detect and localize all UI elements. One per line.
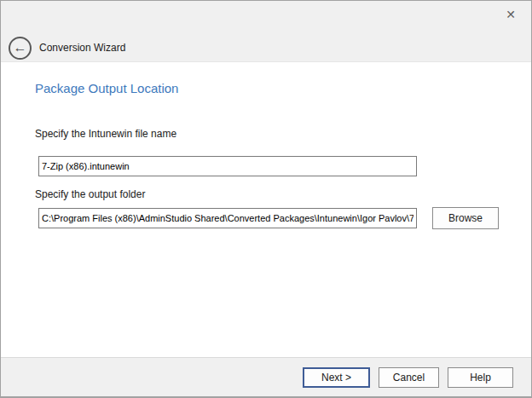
next-button[interactable]: Next >: [303, 367, 370, 388]
browse-button[interactable]: Browse: [432, 207, 499, 229]
back-button[interactable]: ←: [9, 37, 32, 60]
output-folder-label: Specify the output folder: [35, 188, 145, 200]
close-icon[interactable]: ✕: [502, 6, 519, 23]
wizard-content: Package Output Location Specify the Intu…: [1, 63, 531, 356]
back-arrow-icon: ←: [14, 41, 27, 55]
filename-input[interactable]: [38, 156, 417, 176]
conversion-wizard-dialog: ← Conversion Wizard ✕ Package Output Loc…: [0, 0, 532, 398]
output-folder-input[interactable]: [38, 208, 417, 228]
cancel-button[interactable]: Cancel: [379, 367, 439, 388]
button-bar: Next > Cancel Help: [1, 357, 531, 396]
filename-label: Specify the Intunewin file name: [35, 128, 176, 140]
wizard-title: Conversion Wizard: [39, 42, 125, 54]
help-button[interactable]: Help: [448, 367, 513, 388]
page-title: Package Output Location: [35, 81, 178, 95]
wizard-header: ← Conversion Wizard ✕: [1, 1, 531, 62]
